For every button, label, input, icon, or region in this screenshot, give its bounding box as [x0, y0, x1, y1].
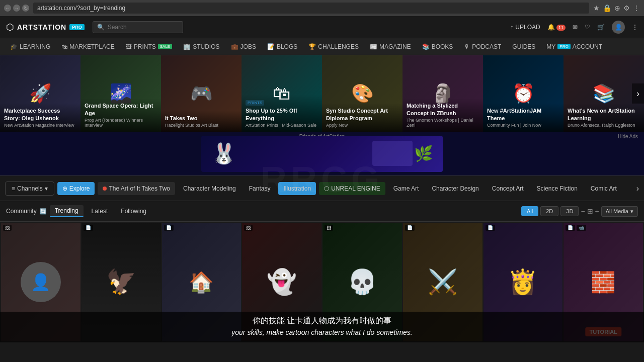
channel-it-takes-two[interactable]: The Art of It Takes Two	[98, 182, 175, 195]
my-label: MY	[546, 43, 555, 50]
nav-books[interactable]: 📚 BOOKS	[417, 40, 458, 53]
channel-science-fiction[interactable]: Science Fiction	[531, 182, 582, 195]
carousel-item-6[interactable]: 🗿 Matching a Stylized Concept in ZBrush …	[403, 55, 483, 132]
carousel-sub-2: Prop Art (Rendered) Winners Interview	[85, 118, 157, 128]
carousel-sub-3: Hazelight Studios Art Blast	[165, 123, 237, 128]
upload-button[interactable]: ↑ UPLOAD	[510, 24, 540, 31]
ue-label: UNREAL ENGINE	[331, 185, 380, 192]
carousel-item-2[interactable]: 🌌 Grand Space Opera: Light Age Prop Art …	[80, 55, 161, 132]
view-minus-icon[interactable]: −	[581, 207, 585, 215]
browser-bar: ← → ↻ artstation.com/?sort_by=trending ★…	[0, 0, 644, 16]
channel-game-art[interactable]: Game Art	[388, 182, 424, 195]
carousel-item-1[interactable]: 🚀 Marketplace Success Story: Oleg Usheno…	[0, 55, 80, 132]
hide-ads-button[interactable]: Hide Ads	[618, 134, 638, 139]
nav-challenges[interactable]: 🏆 CHALLENGES	[303, 40, 364, 53]
secondary-nav: 🎓 LEARNING 🛍 MARKETPLACE 🖼 PRINTS SALE 🏢…	[0, 38, 644, 55]
ad-visual	[372, 141, 413, 166]
carousel-title-2: Grand Space Opera: Light Age	[85, 102, 157, 117]
tab-latest[interactable]: Latest	[87, 206, 113, 217]
filter-all[interactable]: All	[521, 206, 538, 216]
carousel-sub-6: The Gnomon Workshops | Daniel Zeni	[407, 118, 479, 128]
upload-label: UPLOAD	[515, 24, 540, 31]
nav-prints[interactable]: 🖼 PRINTS SALE	[121, 40, 177, 53]
address-bar[interactable]: artstation.com/?sort_by=trending	[33, 3, 589, 14]
jobs-icon: 💼	[231, 43, 238, 50]
media-dropdown[interactable]: All Media ▾	[601, 206, 638, 217]
carousel-sub-8: Bruno Afonseca, Ralph Eggleston	[568, 123, 640, 128]
notifications[interactable]: 🔔 11	[547, 24, 566, 31]
community-button[interactable]: Community 🔄	[6, 208, 47, 215]
cart-icon[interactable]: 🛒	[597, 24, 605, 31]
carousel-title-3: It Takes Two	[165, 115, 237, 122]
carousel-title-5: Syn Studio Concept Art Diploma Program	[326, 107, 398, 122]
studios-label: STUDIOS	[193, 43, 219, 50]
carousel-item-7[interactable]: ⏰ New #ArtStationJAM Theme Community Fun…	[483, 55, 564, 132]
channel-character-modeling[interactable]: Character Modeling	[178, 182, 241, 195]
back-button[interactable]: ←	[4, 5, 11, 12]
nav-my-account[interactable]: MY PRO ACCOUNT	[541, 40, 607, 53]
prints-icon: 🖼	[126, 43, 132, 50]
refresh-button[interactable]: ↻	[22, 5, 29, 12]
ad-creature-icon: 🐰	[211, 142, 236, 165]
channel-comic-art[interactable]: Comic Art	[586, 182, 622, 195]
refresh-icon[interactable]: 🔄	[40, 208, 47, 215]
challenges-icon: 🏆	[308, 43, 316, 50]
nav-blogs[interactable]: 📝 BLOGS	[262, 40, 302, 53]
carousel-item-4[interactable]: 🛍 PRINTS Shop Up to 25% Off Everything A…	[242, 55, 322, 132]
character-design-label: Character Design	[432, 185, 478, 192]
nav-guides[interactable]: GUIDES	[507, 40, 540, 53]
channels-dropdown[interactable]: ≡ Channels ▾	[5, 182, 54, 196]
carousel-sub-4: ArtStation Prints | Mid-Season Sale	[246, 123, 318, 128]
explore-label: Explore	[69, 185, 90, 192]
channel-concept-art[interactable]: Concept Art	[487, 182, 529, 195]
logo-text: ARTSTATION	[17, 23, 66, 31]
heart-icon[interactable]: ♡	[585, 24, 590, 31]
filter-group: All 2D 3D − ⊞ + All Media ▾	[521, 206, 638, 217]
artwork-5-badge: 🖼	[325, 225, 333, 231]
url-text: artstation.com/?sort_by=trending	[37, 5, 125, 12]
media-label: All Media	[606, 208, 628, 214]
more-icon[interactable]: ⋮	[632, 24, 638, 31]
tab-following[interactable]: Following	[116, 206, 151, 217]
channel-unreal-engine[interactable]: ⬡ UNREAL ENGINE	[319, 182, 385, 195]
forward-button[interactable]: →	[13, 5, 20, 12]
logo[interactable]: ⬡ ARTSTATION PRO	[6, 22, 85, 33]
search-box[interactable]: 🔍	[93, 21, 183, 33]
view-icons: − ⊞ +	[581, 207, 599, 215]
nav-podcast[interactable]: 🎙 PODCAST	[459, 40, 506, 53]
nav-jobs[interactable]: 💼 JOBS	[226, 40, 261, 53]
avatar[interactable]: 👤	[612, 21, 625, 34]
filter-3d[interactable]: 3D	[560, 206, 579, 216]
nav-learning[interactable]: 🎓 LEARNING	[5, 40, 55, 53]
media-chevron-icon: ▾	[630, 208, 633, 215]
channel-character-design[interactable]: Character Design	[427, 182, 484, 195]
channel-fantasy[interactable]: Fantasy	[244, 182, 276, 195]
nav-magazine[interactable]: 📰 MAGAZINE	[365, 40, 416, 53]
channel-explore[interactable]: ⊕ Explore	[57, 182, 95, 195]
carousel-item-5[interactable]: 🎨 Syn Studio Concept Art Diploma Program…	[322, 55, 403, 132]
carousel-next-arrow[interactable]: ›	[632, 83, 644, 104]
artwork-3-badge: 📄	[164, 225, 174, 231]
tab-trending[interactable]: Trending	[50, 205, 84, 217]
account-label: ACCOUNT	[573, 43, 602, 50]
ad-content[interactable]: 🐰 🌿	[201, 136, 443, 172]
filter-2d[interactable]: 2D	[540, 206, 558, 216]
blogs-label: BLOGS	[277, 43, 297, 50]
channels-arrow[interactable]: ›	[636, 184, 639, 193]
magazine-label: MAGAZINE	[379, 43, 411, 50]
nav-marketplace[interactable]: 🛍 MARKETPLACE	[56, 40, 119, 53]
guides-label: GUIDES	[512, 43, 535, 50]
channel-illustration[interactable]: Illustration	[278, 182, 316, 195]
subtitle-en: your skills, make cartoon characters wha…	[8, 328, 636, 336]
search-input[interactable]	[108, 24, 178, 31]
channels-label: Channels	[17, 185, 43, 192]
artwork-7-badge: 📄	[486, 225, 495, 231]
view-plus-icon[interactable]: +	[595, 207, 599, 215]
community-label: Community	[6, 208, 37, 215]
send-icon[interactable]: ✉	[573, 24, 578, 31]
view-grid-icon[interactable]: ⊞	[587, 207, 593, 215]
nav-studios[interactable]: 🏢 STUDIOS	[178, 40, 224, 53]
carousel-item-3[interactable]: 🎮 It Takes Two Hazelight Studios Art Bla…	[161, 55, 242, 132]
carousel-sub-7: Community Fun | Join Now	[487, 123, 559, 128]
science-fiction-label: Science Fiction	[536, 185, 577, 192]
